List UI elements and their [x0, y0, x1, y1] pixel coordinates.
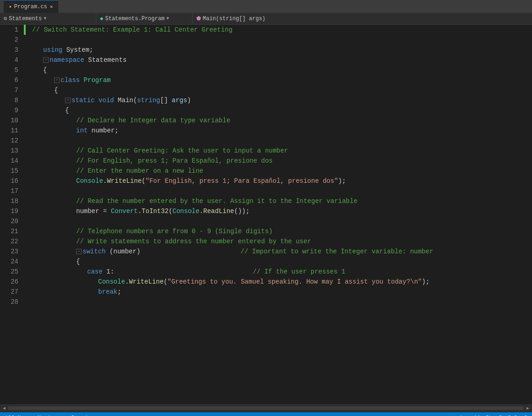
line-number-6: 6 — [4, 75, 18, 85]
nav-segment-statements-program[interactable]: ◆ Statements.Program ▼ — [96, 13, 193, 25]
indicator-9 — [24, 105, 28, 115]
nav-gear-icon: ⚙ — [4, 15, 7, 22]
status-bar: 100 % ▼ ✔ No issues found ⚠ ▼ Ln: 44 Ch:… — [0, 412, 532, 416]
line-number-1: 1 — [4, 25, 18, 35]
line-number-10: 10 — [4, 115, 18, 126]
line-number-19: 19 — [4, 206, 18, 216]
indicator-19 — [24, 206, 28, 216]
nav-dropdown-1-icon[interactable]: ▼ — [44, 16, 46, 21]
issues-indicator[interactable]: ✔ No issues found — [31, 415, 87, 416]
line-number-7: 7 — [4, 85, 18, 95]
indicator-3 — [24, 45, 28, 55]
collapse-btn-8[interactable]: − — [65, 98, 71, 103]
nav-statements-label: Statements — [9, 16, 42, 22]
nav-method-icon: ⬟ — [196, 15, 201, 22]
code-line-19: number = Convert.ToInt32(Console.ReadLin… — [32, 206, 532, 216]
line-number-25: 25 — [4, 267, 18, 277]
indicator-17 — [24, 186, 28, 196]
line-number-23: 23 — [4, 246, 18, 257]
code-line-28 — [32, 297, 532, 307]
nav-dropdown-2-icon[interactable]: ▼ — [166, 16, 169, 21]
code-line-24: { — [32, 257, 532, 267]
tab-filename: Program.cs — [14, 4, 47, 10]
nav-segment-main[interactable]: ⬟ Main(string[] args) — [193, 13, 532, 25]
collapse-btn-6[interactable]: − — [54, 77, 60, 83]
scroll-track[interactable] — [8, 406, 524, 410]
code-editor[interactable]: // Switch Statement: Example 1: Call Cen… — [28, 25, 532, 404]
line-number-24: 24 — [4, 257, 18, 267]
horizontal-scrollbar[interactable]: ◀ ▶ — [0, 404, 532, 412]
indicator-10 — [24, 115, 28, 126]
code-line-1: // Switch Statement: Example 1: Call Cen… — [32, 25, 532, 35]
line-number-14: 14 — [4, 156, 18, 166]
code-line-16: Console.WriteLine("For English, press 1;… — [32, 176, 532, 186]
indicator-8 — [24, 95, 28, 105]
indicator-22 — [24, 236, 28, 246]
indicator-4 — [24, 55, 28, 65]
collapse-btn-23[interactable]: − — [76, 249, 82, 254]
code-line-4: −namespace Statements — [32, 55, 532, 65]
indicator-25 — [24, 267, 28, 277]
indicator-2 — [24, 35, 28, 45]
line-number-8: 8 — [4, 95, 18, 105]
indicator-12 — [24, 136, 28, 146]
line-number-9: 9 — [4, 105, 18, 115]
line-number-3: 3 — [4, 45, 18, 55]
line-number-12: 12 — [4, 136, 18, 146]
indicator-11 — [24, 126, 28, 136]
line-number-21: 21 — [4, 226, 18, 236]
indicator-27 — [24, 287, 28, 297]
line-number-4: 4 — [4, 55, 18, 65]
indicator-18 — [24, 196, 28, 206]
code-line-18: // Read the number entered by the user. … — [32, 196, 532, 206]
indicator-24 — [24, 257, 28, 267]
code-line-20 — [32, 216, 532, 226]
indicator-23 — [24, 246, 28, 257]
check-icon: ✔ — [31, 415, 34, 416]
tab-close-icon[interactable]: ✕ — [50, 4, 53, 10]
code-line-11: int number; — [32, 126, 532, 136]
indicator-5 — [24, 65, 28, 75]
line-number-27: 27 — [4, 287, 18, 297]
code-line-22: // Write statements to address the numbe… — [32, 236, 532, 246]
collapse-namespace[interactable]: − — [43, 57, 49, 63]
nav-segment-statements[interactable]: ⚙ Statements ▼ — [0, 13, 96, 25]
code-line-14: // For English, press 1; Para Español, p… — [32, 156, 532, 166]
code-line-9: { — [32, 105, 532, 115]
code-line-8: −static void Main(string[] args) — [32, 95, 532, 105]
line-number-15: 15 — [4, 166, 18, 176]
code-line-3: using System; — [32, 45, 532, 55]
indicator-6 — [24, 75, 28, 85]
line-number-2: 2 — [4, 35, 18, 45]
scroll-right-arrow[interactable]: ▶ — [524, 404, 532, 412]
code-line-12 — [32, 136, 532, 146]
editor-container: 1234567891011121314151617181920212223242… — [0, 25, 532, 404]
indicator-7 — [24, 85, 28, 95]
change-indicators — [24, 25, 28, 404]
code-line-26: Console.WriteLine("Greetings to you. Sam… — [32, 277, 532, 287]
code-line-7: { — [32, 85, 532, 95]
code-line-2 — [32, 35, 532, 45]
indicator-14 — [24, 156, 28, 166]
title-bar: ● Program.cs ✕ — [0, 0, 532, 13]
indicator-13 — [24, 146, 28, 156]
line-number-26: 26 — [4, 277, 18, 287]
code-line-15: // Enter the number on a new line — [32, 166, 532, 176]
code-line-5: { — [32, 65, 532, 75]
code-line-25: case 1: // If the user presses 1 — [32, 267, 532, 277]
nav-class-icon: ◆ — [100, 15, 103, 22]
code-line-6: −class Program — [32, 75, 532, 85]
indicator-20 — [24, 216, 28, 226]
line-number-5: 5 — [4, 65, 18, 75]
indicator-16 — [24, 176, 28, 186]
line-number-11: 11 — [4, 126, 18, 136]
code-line-10: // Declare he Integer data type variable — [32, 115, 532, 126]
tab-program-cs[interactable]: ● Program.cs ✕ — [4, 0, 58, 13]
scroll-left-arrow[interactable]: ◀ — [0, 404, 8, 412]
indicator-21 — [24, 226, 28, 236]
line-number-16: 16 — [4, 176, 18, 186]
indicator-15 — [24, 166, 28, 176]
code-line-27: break; — [32, 287, 532, 297]
line-number-13: 13 — [4, 146, 18, 156]
code-line-21: // Telephone numbers are from 0 - 9 (Sin… — [32, 226, 532, 236]
